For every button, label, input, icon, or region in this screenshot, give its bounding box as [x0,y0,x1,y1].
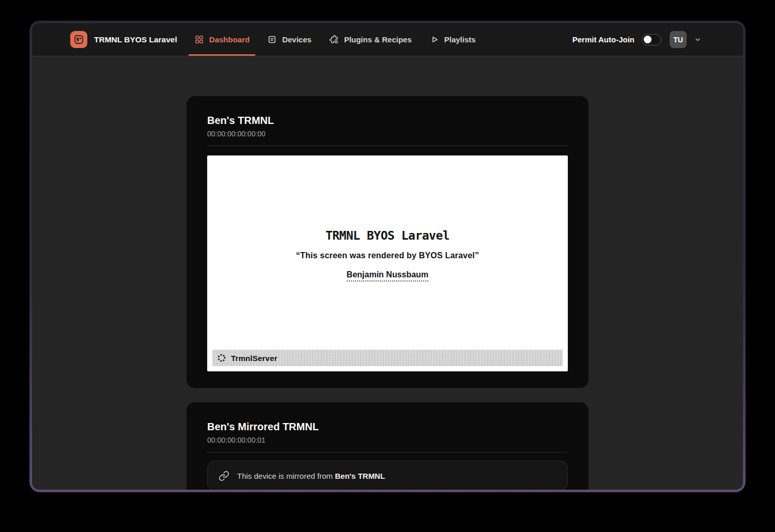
permit-auto-join-toggle[interactable] [642,34,661,45]
tab-label: Devices [282,35,312,44]
screen-title: TRMNL BYOS Laravel [326,229,450,242]
tab-devices[interactable]: Devices [261,23,317,56]
mirror-note-prefix: This device is mirrored from [237,472,335,480]
play-icon [429,35,439,44]
screen-quote: “This screen was rendered by BYOS Larave… [296,251,479,260]
main-nav: Dashboard Devices [189,23,482,56]
user-avatar[interactable]: TU [670,31,687,48]
device-mac-address: 00:00:00:00:00:01 [207,435,568,445]
device-screen-preview: TRMNL BYOS Laravel “This screen was rend… [207,155,568,371]
device-card: Ben's TRMNL 00:00:00:00:00:00 TRMNL BYOS… [187,96,588,388]
screen-status-bar: TrmnlServer [212,350,563,366]
link-icon [219,471,229,481]
app-window: TRMNL BYOS Laravel Dashboard [29,21,746,492]
navbar-left: TRMNL BYOS Laravel Dashboard [70,23,482,56]
chevron-down-icon[interactable] [694,36,702,43]
divider [207,146,568,146]
device-card: Ben's Mirrored TRMNL 00:00:00:00:00:01 T… [187,402,588,490]
dashboard-grid-icon [194,35,204,44]
divider [207,452,568,452]
toggle-knob [644,36,652,43]
screen-status-label: TrmnlServer [231,354,277,363]
mirror-info: This device is mirrored from Ben's TRMNL [207,461,568,490]
screen-content: TRMNL BYOS Laravel “This screen was rend… [212,161,563,350]
device-mac-address: 00:00:00:00:00:00 [207,129,568,139]
screen-author: Benjamin Nussbaum [347,270,428,281]
app-title: TRMNL BYOS Laravel [94,35,177,44]
trmnl-logo-icon [70,31,87,48]
spinner-icon [217,353,226,363]
tab-plugins-recipes[interactable]: Plugins & Recipes [323,23,417,56]
window-body: TRMNL BYOS Laravel Dashboard [32,23,743,490]
devices-icon [267,35,277,44]
navbar-right: Permit Auto-Join TU [572,23,702,56]
puzzle-icon [329,35,339,44]
tab-playlists[interactable]: Playlists [424,23,482,56]
dashboard-content: Ben's TRMNL 00:00:00:00:00:00 TRMNL BYOS… [32,56,743,490]
permit-auto-join-label: Permit Auto-Join [572,35,634,44]
tab-label: Playlists [444,35,476,44]
tab-label: Dashboard [209,35,250,44]
mirror-note: This device is mirrored from Ben's TRMNL [237,472,385,480]
device-name: Ben's TRMNL [207,114,568,127]
top-navbar: TRMNL BYOS Laravel Dashboard [32,23,743,56]
device-name: Ben's Mirrored TRMNL [207,420,568,433]
tab-dashboard[interactable]: Dashboard [189,23,255,56]
mirror-source-device: Ben's TRMNL [335,472,385,480]
brand[interactable]: TRMNL BYOS Laravel [70,23,177,56]
tab-label: Plugins & Recipes [344,35,412,44]
